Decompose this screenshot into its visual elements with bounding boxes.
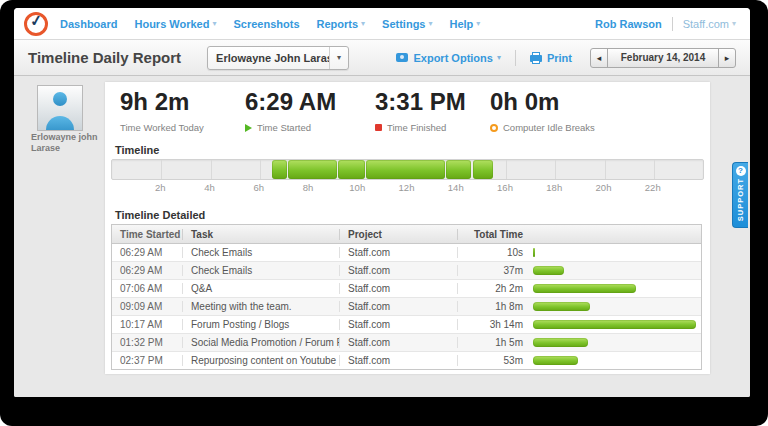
chevron-down-icon: ▾: [212, 19, 216, 28]
hour-label: 12h: [399, 182, 415, 193]
worked-time-segment[interactable]: [446, 160, 471, 179]
duration-bar: [533, 356, 578, 365]
nav-item-help[interactable]: Help ▾: [450, 18, 481, 30]
duration-bar: [533, 248, 535, 257]
user-select[interactable]: Erlowayne John Larase ▾: [207, 46, 349, 70]
worked-time-segment[interactable]: [473, 160, 494, 179]
nav-right: Rob Rawson Staff.com ▾: [595, 17, 736, 31]
cell-task: Repurposing content on Youtube: [182, 355, 339, 366]
nav-item-settings[interactable]: Settings ▾: [382, 18, 432, 30]
staff-clock-logo-icon: [24, 12, 48, 36]
cell-task: Check Emails: [182, 247, 339, 258]
cell-total-time: 3h 14m: [457, 319, 529, 330]
left-arrow-icon: ◂: [597, 53, 602, 63]
next-day-button[interactable]: ▸: [718, 48, 736, 68]
cell-project: Staff.com: [339, 319, 457, 330]
column-header-task[interactable]: Task: [182, 229, 339, 240]
hour-label: 14h: [448, 182, 464, 193]
cell-project: Staff.com: [339, 265, 457, 276]
date-display-button[interactable]: February 14, 2014: [607, 48, 719, 68]
report-toolbar: Timeline Daily Report Erlowayne John Lar…: [14, 40, 750, 76]
cell-duration-bar: [529, 320, 701, 329]
cell-project: Staff.com: [339, 355, 457, 366]
nav-items: Dashboard Hours Worked ▾ Screenshots Rep…: [60, 18, 497, 30]
table-row[interactable]: 06:29 AM Check Emails Staff.com 37m: [112, 262, 701, 280]
duration-bar: [533, 302, 590, 311]
cell-duration-bar: [529, 356, 701, 365]
cell-duration-bar: [529, 284, 701, 293]
cell-project: Staff.com: [339, 247, 457, 258]
cell-time-started: 01:32 PM: [112, 337, 182, 348]
chevron-down-icon: ▾: [732, 19, 736, 28]
printer-icon: [530, 55, 542, 62]
table-header-row: Time Started Task Project Total Time: [112, 225, 701, 244]
right-arrow-icon: ▸: [725, 53, 730, 63]
table-row[interactable]: 02:37 PM Repurposing content on Youtube …: [112, 352, 701, 369]
column-header-project[interactable]: Project: [339, 229, 457, 240]
support-tab[interactable]: ? SUPPORT: [732, 162, 748, 228]
chevron-down-icon: ▾: [428, 19, 432, 28]
hour-label: 22h: [645, 182, 661, 193]
square-red-icon: [375, 124, 382, 131]
stat-label: Time Worked Today: [120, 122, 204, 133]
worked-time-segment[interactable]: [366, 160, 445, 179]
nav-item-hours-worked[interactable]: Hours Worked ▾: [134, 18, 216, 30]
nav-divider: [672, 17, 673, 31]
nav-user-link[interactable]: Rob Rawson: [595, 18, 662, 30]
table-row[interactable]: 10:17 AM Forum Posting / Blogs Staff.com…: [112, 316, 701, 334]
cell-time-started: 07:06 AM: [112, 283, 182, 294]
export-options-button[interactable]: Export Options ▾: [396, 52, 500, 64]
duration-bar: [533, 320, 696, 329]
table-body: 06:29 AM Check Emails Staff.com 10s 06:2…: [112, 244, 701, 369]
stat-value: 3:31 PM: [375, 88, 466, 116]
hour-label: 20h: [596, 182, 612, 193]
report-content: Erlowayne john Larase 9h 2m Time Worked …: [14, 76, 750, 397]
timeline-detailed-section-title: Timeline Detailed: [115, 209, 205, 221]
app-window: Dashboard Hours Worked ▾ Screenshots Rep…: [14, 8, 750, 397]
column-header-total-time[interactable]: Total Time: [457, 229, 529, 240]
cell-duration-bar: [529, 302, 701, 311]
export-options-label: Export Options: [413, 52, 492, 64]
top-navbar: Dashboard Hours Worked ▾ Screenshots Rep…: [14, 8, 750, 40]
hour-label: 2h: [155, 182, 166, 193]
nav-item-dashboard[interactable]: Dashboard: [60, 18, 117, 30]
cell-task: Meeting with the team.: [182, 301, 339, 312]
cell-time-started: 09:09 AM: [112, 301, 182, 312]
print-button[interactable]: Print: [530, 52, 572, 64]
cell-task: Forum Posting / Blogs: [182, 319, 339, 330]
previous-day-button[interactable]: ◂: [590, 48, 608, 68]
column-header-time-started[interactable]: Time Started: [112, 229, 182, 240]
question-circle-icon: ?: [736, 166, 746, 176]
table-row[interactable]: 06:29 AM Check Emails Staff.com 10s: [112, 244, 701, 262]
stat-block: 6:29 AM Time Started: [245, 88, 336, 133]
worked-time-segment[interactable]: [288, 160, 336, 179]
timeline-tick: [260, 160, 261, 179]
timeline-detailed-table: Time Started Task Project Total Time 06:…: [111, 224, 702, 370]
stat-value: 6:29 AM: [245, 88, 336, 116]
table-row[interactable]: 09:09 AM Meeting with the team. Staff.co…: [112, 298, 701, 316]
support-tab-label: SUPPORT: [736, 178, 745, 221]
timeline-hour-axis: 2h4h6h8h10h12h14h16h18h20h22h: [111, 182, 702, 194]
nav-account-link[interactable]: Staff.com: [683, 18, 729, 30]
nav-item-screenshots[interactable]: Screenshots: [233, 18, 299, 30]
timeline-tick: [161, 160, 162, 179]
cell-total-time: 10s: [457, 247, 529, 258]
hour-label: 6h: [253, 182, 264, 193]
chevron-down-icon: ▾: [497, 53, 501, 62]
print-label: Print: [547, 52, 572, 64]
timeline-section-title: Timeline: [115, 144, 159, 156]
cell-total-time: 1h 5m: [457, 337, 529, 348]
screenshot-frame: Dashboard Hours Worked ▾ Screenshots Rep…: [0, 0, 768, 426]
play-green-icon: [245, 124, 252, 132]
table-row[interactable]: 07:06 AM Q&A Staff.com 2h 2m: [112, 280, 701, 298]
cell-total-time: 53m: [457, 355, 529, 366]
table-row[interactable]: 01:32 PM Social Media Promotion / Forum …: [112, 334, 701, 352]
worked-time-segment[interactable]: [272, 160, 287, 179]
nav-item-reports[interactable]: Reports ▾: [317, 18, 366, 30]
worked-time-segment[interactable]: [338, 160, 365, 179]
cell-duration-bar: [529, 338, 701, 347]
duration-bar: [533, 284, 636, 293]
cell-duration-bar: [529, 266, 701, 275]
timeline-bar[interactable]: [111, 159, 704, 180]
stat-label: Computer Idle Breaks: [503, 122, 595, 133]
